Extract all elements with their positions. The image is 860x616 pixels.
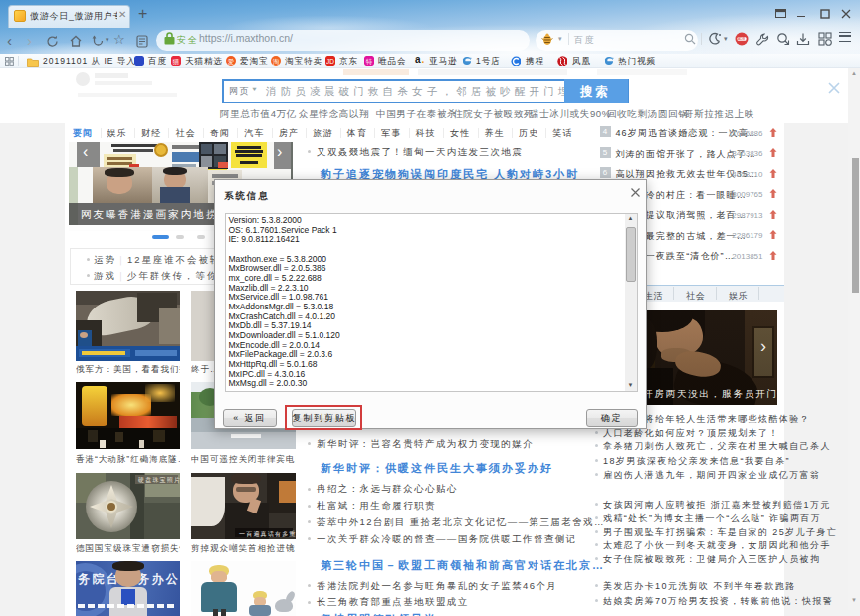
svg-text:爱: 爱 xyxy=(228,58,235,66)
svg-text:特: 特 xyxy=(366,58,373,66)
svg-text:JD: JD xyxy=(326,58,334,65)
svg-text:ADB: ADB xyxy=(738,37,746,41)
svg-text:猫: 猫 xyxy=(172,58,180,66)
svg-text:淘: 淘 xyxy=(273,58,280,66)
